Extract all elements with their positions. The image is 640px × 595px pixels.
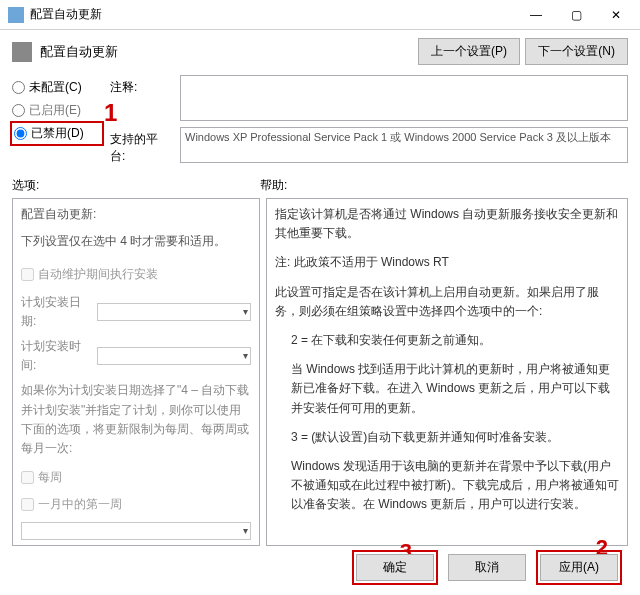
radio-enabled[interactable]: 已启用(E) <box>12 102 102 119</box>
chevron-down-icon: ▾ <box>243 304 248 320</box>
chk-maintenance-input <box>21 268 34 281</box>
policy-title: 配置自动更新 <box>40 43 118 61</box>
help-p3: 此设置可指定是否在该计算机上启用自动更新。如果启用了服务，则必须在组策略设置中选… <box>275 283 619 321</box>
dialog-header: 配置自动更新 上一个设置(P) 下一个设置(N) <box>12 38 628 65</box>
schedule-time-select[interactable]: ▾ <box>97 347 251 365</box>
comment-label: 注释: <box>110 75 172 96</box>
radio-enabled-label: 已启用(E) <box>29 102 81 119</box>
window-title: 配置自动更新 <box>30 6 516 23</box>
options-long-note: 如果你为计划安装日期选择了"4 – 自动下载并计划安装"并指定了计划，则你可以使… <box>21 381 251 458</box>
prev-setting-button[interactable]: 上一个设置(P) <box>418 38 520 65</box>
radio-enabled-input[interactable] <box>12 104 25 117</box>
maximize-button[interactable]: ▢ <box>556 1 596 29</box>
annotation-1: 1 <box>104 99 117 127</box>
help-p2: 注: 此政策不适用于 Windows RT <box>275 253 619 272</box>
options-bottom-select[interactable] <box>21 522 251 540</box>
platform-label: 支持的平台: <box>110 127 172 165</box>
chk-first-week-input <box>21 498 34 511</box>
help-p6: 3 = (默认设置)自动下载更新并通知何时准备安装。 <box>275 428 619 447</box>
options-note: 下列设置仅在选中 4 时才需要和适用。 <box>21 232 251 251</box>
comment-input[interactable] <box>180 75 628 121</box>
chk-maintenance-label: 自动维护期间执行安装 <box>38 265 158 284</box>
options-panel[interactable]: 配置自动更新: 下列设置仅在选中 4 时才需要和适用。 自动维护期间执行安装 计… <box>12 198 260 546</box>
schedule-time-label: 计划安装时间: <box>21 337 91 375</box>
schedule-date-select[interactable]: ▾ <box>97 303 251 321</box>
radio-disabled-input[interactable] <box>14 127 27 140</box>
help-p4: 2 = 在下载和安装任何更新之前通知。 <box>275 331 619 350</box>
chk-weekly[interactable]: 每周 <box>21 468 251 487</box>
radio-not-configured[interactable]: 未配置(C) <box>12 79 102 96</box>
radio-not-configured-label: 未配置(C) <box>29 79 82 96</box>
dialog-footer: 确定 取消 应用(A) <box>0 544 640 591</box>
apply-button[interactable]: 应用(A) <box>540 554 618 581</box>
schedule-date-label: 计划安装日期: <box>21 293 91 331</box>
minimize-button[interactable]: — <box>516 1 556 29</box>
window-titlebar: 配置自动更新 — ▢ ✕ <box>0 0 640 30</box>
policy-icon <box>12 42 32 62</box>
cancel-button[interactable]: 取消 <box>448 554 526 581</box>
close-button[interactable]: ✕ <box>596 1 636 29</box>
chevron-down-icon: ▾ <box>243 348 248 364</box>
app-icon <box>8 7 24 23</box>
options-heading: 配置自动更新: <box>21 205 251 224</box>
options-header: 选项: <box>12 177 260 194</box>
radio-not-configured-input[interactable] <box>12 81 25 94</box>
chk-weekly-input <box>21 471 34 484</box>
supported-platform-text: Windows XP Professional Service Pack 1 或… <box>180 127 628 163</box>
radio-disabled[interactable]: 已禁用(D) <box>14 125 100 142</box>
help-header: 帮助: <box>260 177 628 194</box>
chk-maintenance[interactable]: 自动维护期间执行安装 <box>21 265 251 284</box>
ok-button[interactable]: 确定 <box>356 554 434 581</box>
help-p1: 指定该计算机是否将通过 Windows 自动更新服务接收安全更新和其他重要下载。 <box>275 205 619 243</box>
chk-first-week[interactable]: 一月中的第一周 <box>21 495 251 514</box>
next-setting-button[interactable]: 下一个设置(N) <box>525 38 628 65</box>
help-p5: 当 Windows 找到适用于此计算机的更新时，用户将被通知更新已准备好下载。在… <box>275 360 619 418</box>
chk-first-week-label: 一月中的第一周 <box>38 495 122 514</box>
radio-disabled-label: 已禁用(D) <box>31 125 84 142</box>
help-panel[interactable]: 指定该计算机是否将通过 Windows 自动更新服务接收安全更新和其他重要下载。… <box>266 198 628 546</box>
chk-weekly-label: 每周 <box>38 468 62 487</box>
help-p7: Windows 发现适用于该电脑的更新并在背景中予以下载(用户不被通知或在此过程… <box>275 457 619 515</box>
